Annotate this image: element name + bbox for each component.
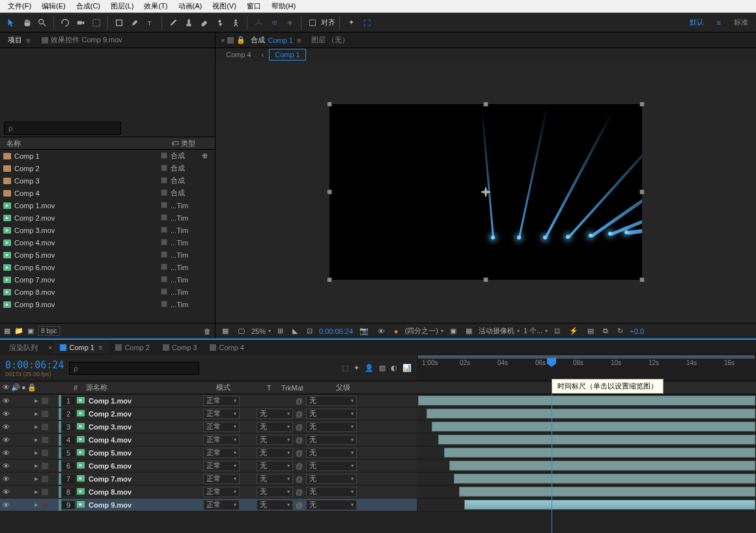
blend-mode-dropdown[interactable]: 正常 <box>203 422 240 432</box>
timecode-display[interactable]: 0:00:06:24 <box>5 359 64 371</box>
pickwhip-icon[interactable]: @ <box>296 436 306 444</box>
layer-row[interactable]: 👁▸ 5 Comp 5.mov 正常 无 @ 无 <box>0 446 756 459</box>
rect-tool[interactable] <box>112 16 126 30</box>
layer-bar[interactable] <box>438 435 755 444</box>
parent-dropdown[interactable]: 无 <box>306 487 357 497</box>
project-item[interactable]: Comp 4 合成 <box>0 187 215 199</box>
new-comp-icon[interactable]: ▣ <box>27 327 34 335</box>
channel-icon[interactable]: ● <box>391 327 401 336</box>
parent-dropdown[interactable]: 无 <box>306 448 357 458</box>
trkmat-dropdown[interactable]: 无 <box>257 487 293 497</box>
video-column-icon[interactable]: 👁 <box>3 383 10 392</box>
layer-row[interactable]: 👁▸ 3 Comp 3.mov 正常 无 @ 无 <box>0 420 756 433</box>
eye-icon[interactable]: 👁 <box>3 436 10 444</box>
graph-editor-icon[interactable]: 📊 <box>402 364 412 372</box>
timeline-tab[interactable]: Comp 1≡ <box>53 342 109 353</box>
eye-icon[interactable]: 👁 <box>3 475 10 483</box>
project-item[interactable]: Comp 3 合成 <box>0 174 215 187</box>
time-ruler[interactable]: 1:00s02s04s06s08s10s12s14s16s 时间标尺（单击以设置… <box>417 355 756 381</box>
menu-item[interactable]: 编辑(E) <box>36 0 71 12</box>
blend-mode-dropdown[interactable]: 正常 <box>203 448 240 458</box>
layer-bar[interactable] <box>454 474 755 484</box>
expand-icon[interactable]: ▸ <box>33 487 40 496</box>
safe-zones-icon[interactable]: ⊞ <box>275 326 286 336</box>
breadcrumb-comp1[interactable]: Comp 1 <box>269 49 306 61</box>
fast-preview-icon[interactable]: ⚡ <box>567 326 581 336</box>
monitor-icon[interactable]: 🖵 <box>235 327 247 336</box>
layer-color[interactable] <box>59 473 61 485</box>
project-item[interactable]: Comp 2 合成 <box>0 162 215 174</box>
close-icon[interactable]: × <box>221 36 225 44</box>
text-tool[interactable]: T <box>143 16 158 30</box>
expand-icon[interactable]: ▸ <box>33 474 40 483</box>
transparency-icon[interactable]: ▦ <box>463 326 475 336</box>
blend-mode-dropdown[interactable]: 正常 <box>203 396 240 406</box>
pickwhip-icon[interactable]: @ <box>296 397 306 405</box>
timeline-tab[interactable]: Comp 4 <box>203 342 251 353</box>
project-item[interactable]: Comp 4.mov ...Tim <box>0 236 215 249</box>
view-axis-icon[interactable]: ◈ <box>283 16 297 30</box>
expand-icon[interactable]: ▸ <box>33 461 40 470</box>
layer-row[interactable]: 👁▸ 9 Comp 9.mov 正常 无 @ 无 <box>0 499 756 512</box>
interpret-icon[interactable]: ▦ <box>4 327 10 335</box>
resize-handle[interactable] <box>327 102 332 107</box>
current-time[interactable]: 0:00:06:24 <box>319 327 353 335</box>
pickwhip-icon[interactable]: @ <box>296 475 306 483</box>
eye-icon[interactable]: 👁 <box>3 488 10 496</box>
parent-dropdown[interactable]: 无 <box>306 396 357 406</box>
eye-icon[interactable]: 👁 <box>3 410 10 418</box>
reset-exposure-icon[interactable]: ↻ <box>615 326 626 336</box>
layer-row[interactable]: 👁▸ 4 Comp 4.mov 正常 无 @ 无 <box>0 433 756 446</box>
trkmat-dropdown[interactable]: 无 <box>257 422 293 432</box>
breadcrumb-comp4[interactable]: Comp 4 <box>221 49 257 60</box>
eye-icon[interactable]: 👁 <box>3 462 10 470</box>
menu-item[interactable]: 窗口 <box>242 0 266 12</box>
resize-handle[interactable] <box>483 102 488 107</box>
lock-column-icon[interactable]: 🔒 <box>27 383 36 392</box>
pickwhip-icon[interactable]: @ <box>296 410 306 418</box>
pickwhip-icon[interactable]: @ <box>296 488 306 496</box>
trkmat-dropdown[interactable]: 无 <box>257 435 293 445</box>
parent-dropdown[interactable]: 无 <box>306 500 357 510</box>
menu-item[interactable]: 帮助(H) <box>266 0 301 12</box>
motion-blur-icon[interactable]: ◐ <box>391 364 397 372</box>
tab-render-queue[interactable]: 渲染队列 <box>3 341 44 355</box>
layer-row[interactable]: 👁▸ 7 Comp 7.mov 正常 无 @ 无 <box>0 472 756 485</box>
menu-item[interactable]: 文件(F) <box>3 0 36 12</box>
timeline-search-input[interactable] <box>69 362 199 375</box>
trash-icon[interactable]: 🗑 <box>204 327 211 335</box>
pan-behind-tool[interactable] <box>89 16 104 30</box>
shy-icon[interactable]: 👤 <box>365 364 374 372</box>
layer-row[interactable]: 👁▸ 1 Comp 1.mov 正常 @ 无 <box>0 394 756 407</box>
orbit-tool[interactable] <box>58 16 72 30</box>
blend-mode-dropdown[interactable]: 正常 <box>203 461 240 471</box>
expand-icon[interactable]: ▸ <box>33 448 40 457</box>
layer-color[interactable] <box>59 434 61 446</box>
project-item[interactable]: Comp 6.mov ...Tim <box>0 261 215 273</box>
pickwhip-icon[interactable]: @ <box>296 462 306 470</box>
pixel-aspect-icon[interactable]: ⊡ <box>552 326 563 336</box>
parent-dropdown[interactable]: 无 <box>306 409 357 419</box>
eye-icon[interactable]: 👁 <box>3 397 10 405</box>
trkmat-dropdown[interactable]: 无 <box>257 448 293 458</box>
menu-item[interactable]: 图层(L) <box>105 0 139 12</box>
world-axis-icon[interactable]: ⊕ <box>267 16 281 30</box>
eraser-tool[interactable] <box>197 16 212 30</box>
layer-row[interactable]: 👁▸ 6 Comp 6.mov 正常 无 @ 无 <box>0 459 756 472</box>
layer-color[interactable] <box>59 395 61 407</box>
layer-color[interactable] <box>59 447 61 459</box>
close-icon[interactable]: × <box>48 344 52 351</box>
project-item[interactable]: Comp 9.mov ...Tim <box>0 298 215 310</box>
project-item[interactable]: Comp 7.mov ...Tim <box>0 273 215 286</box>
zoom-tool[interactable] <box>35 16 49 30</box>
resize-handle[interactable] <box>483 277 488 282</box>
layer-color[interactable] <box>59 486 61 498</box>
resize-handle[interactable] <box>327 189 332 195</box>
mask-toggle-icon[interactable]: ◣ <box>290 326 300 336</box>
project-item[interactable]: Comp 5.mov ...Tim <box>0 249 215 261</box>
wand-icon[interactable]: ✦ <box>344 16 358 30</box>
solo-column-icon[interactable]: ● <box>21 383 26 392</box>
eye-icon[interactable]: 👁 <box>3 423 10 431</box>
resize-handle[interactable] <box>639 277 645 282</box>
tab-project[interactable]: 项目≡ <box>3 33 35 47</box>
